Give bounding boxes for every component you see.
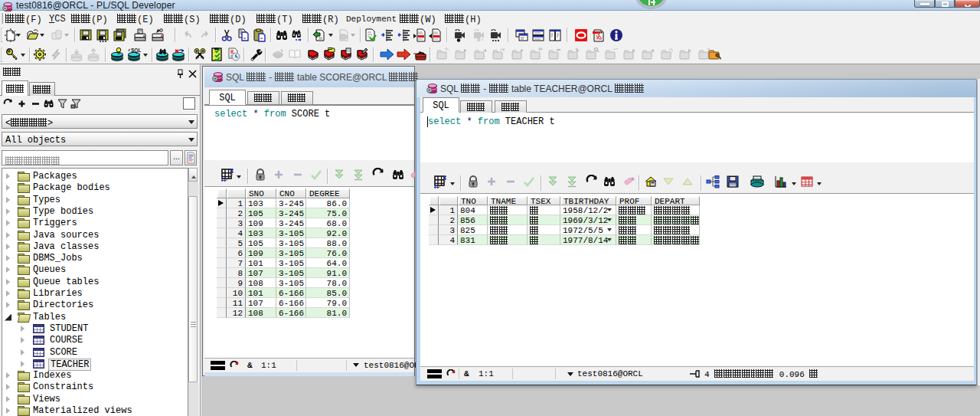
svg-text:SQL: SQL — [131, 47, 141, 54]
